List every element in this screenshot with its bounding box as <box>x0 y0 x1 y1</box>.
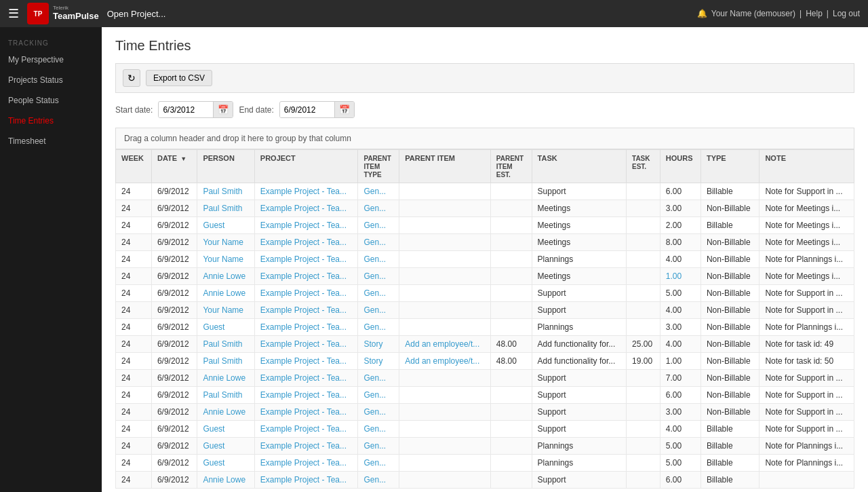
cell-parent-item <box>399 421 491 438</box>
col-header-task[interactable]: TASK <box>532 150 627 183</box>
cell-task-est <box>627 251 660 268</box>
logo-box: TP <box>27 3 49 24</box>
cell-type: Non-Billable <box>701 251 760 268</box>
cell-task: Support <box>532 183 627 200</box>
cell-project: Example Project - Tea... <box>254 183 358 200</box>
sidebar-item-time-entries[interactable]: Time Entries <box>0 111 102 131</box>
col-header-note[interactable]: NOTE <box>760 150 854 183</box>
col-header-hours[interactable]: HOURS <box>660 150 701 183</box>
cell-parent-item-est <box>490 455 532 472</box>
cell-parent-item-type: Gen... <box>358 438 399 455</box>
cell-person: Guest <box>197 455 254 472</box>
cell-type: Billable <box>701 183 760 200</box>
cell-person: Your Name <box>197 234 254 251</box>
end-date-input[interactable] <box>280 102 334 117</box>
cell-parent-item-type: Gen... <box>358 217 399 234</box>
cell-person: Guest <box>197 217 254 234</box>
cell-task: Support <box>532 285 627 302</box>
hamburger-menu[interactable]: ☰ <box>8 6 19 21</box>
cell-project: Example Project - Tea... <box>254 251 358 268</box>
cell-parent-item-type: Gen... <box>358 455 399 472</box>
cell-parent-item-est <box>490 472 532 489</box>
cell-type: Non-Billable <box>701 353 760 370</box>
col-header-parent-item-est[interactable]: PARENTITEMEST. <box>490 150 532 183</box>
cell-week: 24 <box>116 387 152 404</box>
cell-parent-item-est <box>490 234 532 251</box>
cell-week: 24 <box>116 285 152 302</box>
cell-date: 6/9/2012 <box>151 251 197 268</box>
cell-week: 24 <box>116 183 152 200</box>
cell-hours: 3.00 <box>660 404 701 421</box>
cell-week: 24 <box>116 234 152 251</box>
cell-hours: 6.00 <box>660 183 701 200</box>
cell-hours: 6.00 <box>660 387 701 404</box>
cell-hours: 3.00 <box>660 200 701 217</box>
refresh-button[interactable]: ↻ <box>123 69 140 87</box>
sidebar-item-projects-status[interactable]: Projects Status <box>0 70 102 90</box>
end-date-calendar-button[interactable]: 📅 <box>334 102 354 117</box>
cell-parent-item-est <box>490 404 532 421</box>
cell-task-est <box>627 370 660 387</box>
cell-type: Billable <box>701 472 760 489</box>
col-header-person[interactable]: PERSON <box>197 150 254 183</box>
export-csv-button[interactable]: Export to CSV <box>146 70 212 86</box>
top-nav-right: 🔔 Your Name (demouser) | Help | Log out <box>697 9 860 18</box>
cell-parent-item-est <box>490 200 532 217</box>
table-row: 246/9/2012GuestExample Project - Tea...G… <box>116 421 854 438</box>
cell-task-est: 19.00 <box>627 353 660 370</box>
sidebar-item-my-perspective[interactable]: My Perspective <box>0 50 102 70</box>
start-date-calendar-button[interactable]: 📅 <box>213 102 233 117</box>
cell-note: Note for Meetings i... <box>760 200 854 217</box>
cell-task: Meetings <box>532 234 627 251</box>
cell-hours: 4.00 <box>660 421 701 438</box>
cell-note: Note for Meetings i... <box>760 268 854 285</box>
cell-date: 6/9/2012 <box>151 370 197 387</box>
col-header-parent-item-type[interactable]: PARENTITEMTYPE <box>358 150 399 183</box>
cell-person: Paul Smith <box>197 336 254 353</box>
table-row: 246/9/2012Paul SmithExample Project - Te… <box>116 200 854 217</box>
start-date-input[interactable] <box>159 102 213 117</box>
col-header-type[interactable]: TYPE <box>701 150 760 183</box>
logo-text-block: Telerik TeamPulse <box>53 5 99 22</box>
sidebar-item-timesheet[interactable]: Timesheet <box>0 131 102 151</box>
cell-date: 6/9/2012 <box>151 336 197 353</box>
cell-task-est <box>627 234 660 251</box>
cell-note: Note for Support in ... <box>760 370 854 387</box>
cell-note: Note for Plannings i... <box>760 319 854 336</box>
cell-project: Example Project - Tea... <box>254 217 358 234</box>
sidebar-item-people-status[interactable]: People Status <box>0 90 102 111</box>
cell-week: 24 <box>116 200 152 217</box>
col-header-project[interactable]: PROJECT <box>254 150 358 183</box>
cell-parent-item-type: Gen... <box>358 387 399 404</box>
col-header-date[interactable]: DATE ▼ <box>151 150 197 183</box>
cell-note: Note for Meetings i... <box>760 217 854 234</box>
cell-task-est <box>627 387 660 404</box>
cell-date: 6/9/2012 <box>151 421 197 438</box>
cell-parent-item <box>399 370 491 387</box>
cell-project: Example Project - Tea... <box>254 404 358 421</box>
cell-task-est <box>627 472 660 489</box>
cell-task-est <box>627 319 660 336</box>
top-nav: ☰ TP Telerik TeamPulse Open Project... 🔔… <box>0 0 868 27</box>
cell-task: Support <box>532 472 627 489</box>
col-header-parent-item[interactable]: PARENT ITEM <box>399 150 491 183</box>
help-link[interactable]: Help <box>806 9 823 18</box>
table-row: 246/9/2012Paul SmithExample Project - Te… <box>116 387 854 404</box>
col-header-week[interactable]: WEEK <box>116 150 152 183</box>
cell-parent-item-est <box>490 438 532 455</box>
cell-person: Paul Smith <box>197 387 254 404</box>
nav-separator: | <box>800 9 802 18</box>
cell-parent-item-type: Gen... <box>358 421 399 438</box>
cell-project: Example Project - Tea... <box>254 268 358 285</box>
cell-parent-item-est <box>490 387 532 404</box>
cell-note: Note for Plannings i... <box>760 438 854 455</box>
cell-parent-item <box>399 302 491 319</box>
logout-link[interactable]: Log out <box>833 9 860 18</box>
cell-hours: 7.00 <box>660 370 701 387</box>
open-project-link[interactable]: Open Project... <box>107 9 166 19</box>
col-header-task-est[interactable]: TASKEST. <box>627 150 660 183</box>
cell-week: 24 <box>116 336 152 353</box>
cell-date: 6/9/2012 <box>151 353 197 370</box>
cell-task: Plannings <box>532 319 627 336</box>
cell-task-est <box>627 438 660 455</box>
